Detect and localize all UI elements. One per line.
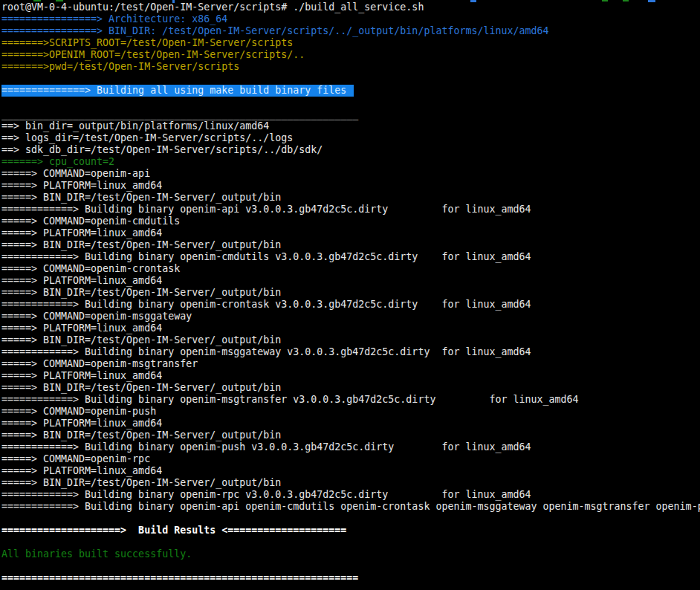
log-building-line: ============> Building binary openim-api… — [1, 204, 700, 215]
log-building-all-line: ============> Building binary openim-api… — [1, 501, 700, 513]
blank-line — [1, 513, 700, 525]
log-command-line: =====> COMMAND=openim-msggateway — [1, 311, 700, 322]
info-bindir-line: ================> BIN_DIR: /test/Open-IM… — [1, 25, 700, 37]
log-bindir-line: =====> BIN_DIR=/test/Open-IM-Server/_out… — [1, 192, 700, 204]
log-platform-line: =====> PLATFORM=linux_amd64 — [1, 322, 700, 334]
log-command-line: =====> COMMAND=openim-msgtransfer — [1, 358, 700, 370]
log-bindir-line: =====> BIN_DIR=/test/Open-IM-Server/_out… — [1, 239, 700, 251]
log-command-line: =====> COMMAND=openim-push — [1, 406, 700, 418]
log-command-line: =====> COMMAND=openim-api — [1, 168, 700, 180]
log-command-line: =====> COMMAND=openim-cmdutils — [1, 215, 700, 227]
separator-line: ========================================… — [1, 572, 700, 584]
blank-line — [1, 560, 700, 572]
log-bindir-line: =====> BIN_DIR=/test/Open-IM-Server/_out… — [1, 287, 700, 299]
shell-prompt-line: root@VM-0-4-ubuntu:/test/Open-IM-Server/… — [1, 1, 700, 13]
cpu-count-line: ======> cpu_count=2 — [1, 156, 700, 168]
log-command-line: =====> COMMAND=openim-crontask — [1, 263, 700, 275]
blank-line — [1, 97, 700, 108]
log-platform-line: =====> PLATFORM=linux_amd64 — [1, 418, 700, 429]
env-pwd-line: =======>pwd=/test/Open-IM-Server/scripts — [1, 61, 700, 73]
env-openim-root-line: =======>OPENIM_ROOT=/test/Open-IM-Server… — [1, 49, 700, 61]
env-scripts-root-line: =======>SCRIPTS_ROOT=/test/Open-IM-Serve… — [1, 37, 700, 49]
success-message: All binaries built successfully. — [1, 548, 700, 560]
log-building-line: ============> Building binary openim-cro… — [1, 299, 700, 311]
log-sdk-db-dir-line: ==> sdk_db_dir=/test/Open-IM-Server/scri… — [1, 144, 700, 156]
log-bindir-line: =====> BIN_DIR=/test/Open-IM-Server/_out… — [1, 477, 700, 489]
log-platform-line: =====> PLATFORM=linux_amd64 — [1, 180, 700, 192]
log-building-line: ============> Building binary openim-msg… — [1, 346, 700, 358]
separator-underscore: ________________________________________… — [1, 108, 700, 120]
log-building-line: ============> Building binary openim-pus… — [1, 441, 700, 453]
build-all-banner: ==============> Building all using make … — [1, 85, 700, 97]
log-platform-line: =====> PLATFORM=linux_amd64 — [1, 370, 700, 382]
blank-line — [1, 73, 700, 85]
log-platform-line: =====> PLATFORM=linux_amd64 — [1, 275, 700, 287]
log-bindir-line: =====> BIN_DIR=/test/Open-IM-Server/_out… — [1, 382, 700, 394]
log-platform-line: =====> PLATFORM=linux_amd64 — [1, 465, 700, 477]
info-architecture-line: ================> Architecture: x86_64 — [1, 13, 700, 25]
log-building-line: ============> Building binary openim-cmd… — [1, 251, 700, 263]
log-platform-line: =====> PLATFORM=linux_amd64 — [1, 227, 700, 239]
log-command-line: =====> COMMAND=openim-rpc — [1, 453, 700, 465]
log-building-line: ============> Building binary openim-msg… — [1, 394, 700, 406]
build-results-header: ====================> Build Results <===… — [1, 525, 700, 536]
log-bindir-line: =====> BIN_DIR=/test/Open-IM-Server/_out… — [1, 334, 700, 346]
blank-line — [1, 536, 700, 548]
log-logs-dir-line: ==> logs_dir=/test/Open-IM-Server/script… — [1, 132, 700, 144]
log-bin-dir-line: ==> bin_dir=_output/bin/platforms/linux/… — [1, 120, 700, 132]
terminal-output: root@VM-0-4-ubuntu:/test/Open-IM-Server/… — [1, 1, 700, 590]
blank-line — [1, 584, 700, 590]
log-bindir-line: =====> BIN_DIR=/test/Open-IM-Server/_out… — [1, 429, 700, 441]
log-building-line: ============> Building binary openim-rpc… — [1, 489, 700, 501]
terminal-window[interactable]: root@VM-0-4-ubuntu:/test/Open-IM-Server/… — [0, 0, 700, 590]
